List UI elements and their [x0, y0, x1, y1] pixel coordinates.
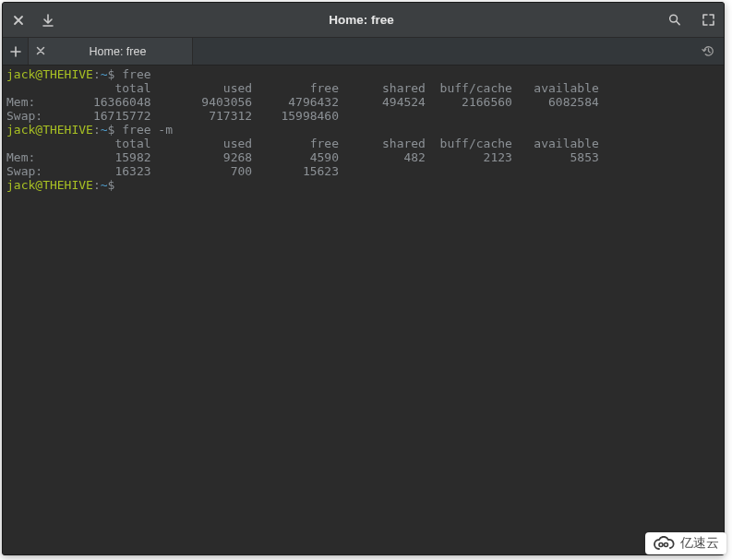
- fullscreen-icon[interactable]: [702, 14, 714, 27]
- close-tab-icon[interactable]: [36, 44, 45, 58]
- new-tab-button[interactable]: [3, 38, 29, 65]
- tab-label: Home: free: [53, 45, 183, 58]
- titlebar-left-controls: [12, 14, 54, 27]
- tab-home-free[interactable]: Home: free: [29, 38, 193, 65]
- cloud-icon: [653, 536, 675, 551]
- watermark-badge: 亿速云: [645, 532, 726, 554]
- window-title: Home: free: [54, 13, 668, 27]
- svg-point-1: [659, 543, 663, 547]
- tabbar-spacer: [193, 38, 692, 65]
- tab-bar: Home: free: [3, 38, 724, 66]
- terminal-window: Home: free Home: free jack@THEHIVE:~$ fr…: [2, 2, 725, 555]
- history-icon[interactable]: [692, 38, 724, 65]
- download-icon[interactable]: [42, 14, 54, 27]
- watermark-text: 亿速云: [680, 535, 719, 552]
- search-icon[interactable]: [668, 14, 681, 27]
- svg-point-2: [665, 543, 668, 547]
- window-titlebar: Home: free: [3, 3, 724, 38]
- titlebar-right-controls: [668, 14, 714, 27]
- close-window-icon[interactable]: [12, 14, 25, 27]
- terminal-output[interactable]: jack@THEHIVE:~$ free total used free sha…: [3, 66, 724, 554]
